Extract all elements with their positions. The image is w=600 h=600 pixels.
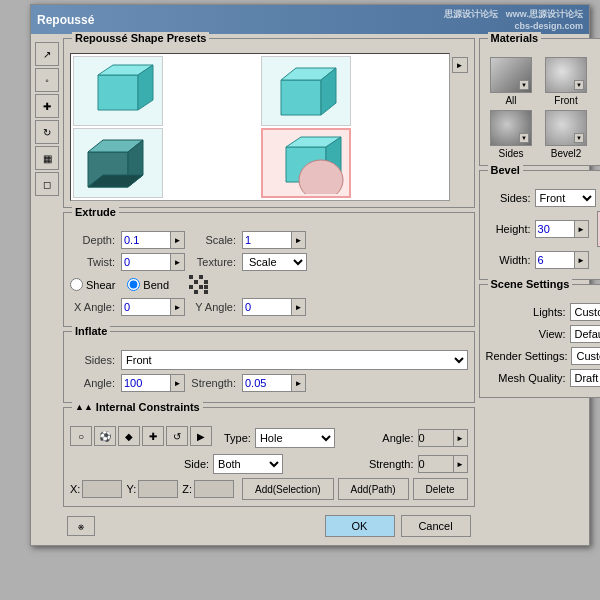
texture-label: Texture: [191,256,236,268]
inflate-angle-input[interactable] [121,374,171,392]
render-select[interactable]: Custom Default [571,347,600,365]
scale-input[interactable] [242,231,292,249]
mat-front-arrow[interactable]: ▼ [574,80,584,90]
depth-input[interactable] [121,231,171,249]
mesh-select[interactable]: Draft Medium High [570,369,600,387]
constraint-angle-field: ► [418,429,468,447]
constraint-strength-arrow[interactable]: ► [454,455,468,473]
preset-2-svg [266,60,346,122]
material-bevel1[interactable]: ▼ Bevel1 [596,57,600,106]
mesh-row: Mesh Quality: Draft Medium High [486,369,600,387]
materials-group: Materials ▼ All [479,38,600,166]
preset-3[interactable] [73,128,163,198]
constraint-strength-input[interactable] [418,455,454,473]
scale-field: ► [242,231,306,249]
constraint-angle-arrow[interactable]: ► [454,429,468,447]
tool-select[interactable]: ◦ [35,68,59,92]
inflate-sides-select[interactable]: Front Back Both [121,350,468,370]
bottom-row: ⎈ OK Cancel [63,511,475,541]
shear-radio-label[interactable]: Shear [70,278,115,291]
bevel-height-field: ► [535,220,589,238]
tool-move[interactable]: ✚ [35,94,59,118]
add-selection-btn[interactable]: Add(Selection) [242,478,334,500]
delete-btn[interactable]: Delete [413,478,468,500]
qr-c15 [199,290,203,294]
depth-field: ► [121,231,185,249]
x-angle-input[interactable] [121,298,171,316]
constraint-btn-6[interactable]: ▶ [190,426,212,446]
contour-preview[interactable] [597,211,600,247]
tool-rotate[interactable]: ↻ [35,120,59,144]
mat-bevel2-arrow[interactable]: ▼ [574,133,584,143]
bend-radio-label[interactable]: Bend [127,278,169,291]
type-select[interactable]: Hole Other [255,428,335,448]
tool-cube[interactable]: ◻ [35,172,59,196]
inflate-content: Sides: Front Back Both Angle: ► [64,340,474,402]
x-input [82,480,122,498]
svg-marker-0 [98,75,138,110]
x-angle-arrow[interactable]: ► [171,298,185,316]
add-path-btn[interactable]: Add(Path) [338,478,409,500]
material-all[interactable]: ▼ All [486,57,537,106]
bevel-height-label: Height: [486,223,531,235]
scale-label: Scale: [191,234,236,246]
lights-row: Lights: Custom Default None [486,303,600,321]
render-row: Render Settings: Custom Default [486,347,600,365]
preset-2[interactable] [261,56,351,126]
tool-arrow[interactable]: ↗ [35,42,59,66]
tool-scale2[interactable]: ▦ [35,146,59,170]
cancel-button[interactable]: Cancel [401,515,471,537]
ok-button[interactable]: OK [325,515,395,537]
constraint-btn-3[interactable]: ◆ [118,426,140,446]
preset-4[interactable] [261,128,351,198]
texture-select[interactable]: Scale Tile None [242,253,307,271]
qr-c7 [199,280,203,284]
contour-field: ▼ [597,211,600,247]
presets-group-label: Repoussé Shape Presets [72,32,209,44]
x-angle-label: X Angle: [70,301,115,313]
material-front[interactable]: ▼ Front [541,57,592,106]
material-bevel2[interactable]: ▼ Bevel2 [541,110,592,159]
material-sides[interactable]: ▼ Sides [486,110,537,159]
constraint-btn-2[interactable]: ⚽ [94,426,116,446]
bevel-height-arrow[interactable]: ► [575,220,589,238]
preset-1[interactable] [73,56,163,126]
dialog-title: Repoussé [37,13,94,27]
twist-input[interactable] [121,253,171,271]
bend-radio[interactable] [127,278,140,291]
twist-label: Twist: [70,256,115,268]
mat-all-arrow[interactable]: ▼ [519,80,529,90]
material-back[interactable]: ▼ Back [596,110,600,159]
bottom-icon[interactable]: ⎈ [67,516,95,536]
constraint-btn-5[interactable]: ↺ [166,426,188,446]
y-angle-input[interactable] [242,298,292,316]
bevel-width-field: ► [535,251,589,269]
bevel-height-input[interactable] [535,220,575,238]
scale-arrow[interactable]: ► [292,231,306,249]
inflate-angle-arrow[interactable]: ► [171,374,185,392]
y-angle-arrow[interactable]: ► [292,298,306,316]
depth-arrow[interactable]: ► [171,231,185,249]
qr-c9 [189,285,193,289]
side-select[interactable]: Both Front Back [213,454,283,474]
constraint-btn-1[interactable]: ○ [70,426,92,446]
bevel-group-label: Bevel [488,164,523,176]
watermark: 思源设计论坛 www.思源设计论坛cbs-design.com [444,8,583,31]
presets-scroll: ► [452,53,468,201]
shear-radio[interactable] [70,278,83,291]
bevel-sides-select[interactable]: Front Back Both [535,189,597,207]
bevel-width-input[interactable] [535,251,575,269]
view-select[interactable]: Default Custom [570,325,600,343]
constraint-btn-4[interactable]: ✚ [142,426,164,446]
inflate-strength-input[interactable] [242,374,292,392]
materials-content: ▼ All ▼ Front [480,47,600,165]
twist-arrow[interactable]: ► [171,253,185,271]
lights-select[interactable]: Custom Default None [570,303,600,321]
scroll-right-arrow[interactable]: ► [452,57,468,73]
main-content: Repoussé Shape Presets [63,38,475,541]
bevel-width-arrow[interactable]: ► [575,251,589,269]
constraint-angle-input[interactable] [418,429,454,447]
inflate-strength-arrow[interactable]: ► [292,374,306,392]
scene-content: Lights: Custom Default None View: Defaul… [480,293,600,397]
mat-sides-arrow[interactable]: ▼ [519,133,529,143]
